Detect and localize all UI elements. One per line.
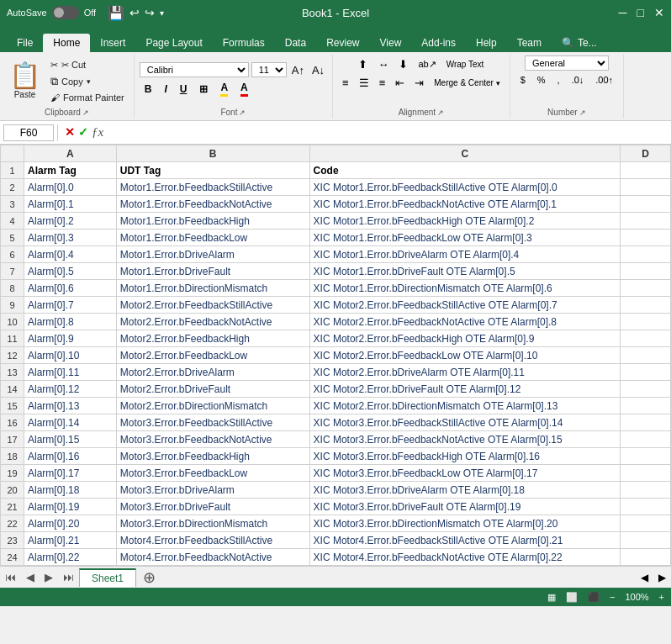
text-angle-btn[interactable]: ab↗ [414,56,440,72]
cell-a[interactable]: Alarm[0].12 [24,381,117,398]
cell-d[interactable] [621,314,671,330]
cell-b[interactable]: Motor3.Error.bDriveAlarm [116,482,309,499]
cell-c[interactable]: XIC Motor2.Error.bDriveAlarm OTE Alarm[0… [309,364,621,381]
cell-a[interactable]: Alarm[0].8 [24,314,117,330]
tab-insert[interactable]: Insert [90,34,135,52]
copy-button[interactable]: ⧉ Copy ▾ [46,73,129,90]
cell-c[interactable]: XIC Motor1.Error.bDriveFault OTE Alarm[0… [309,263,621,280]
cell-d[interactable] [621,162,671,179]
dollar-btn[interactable]: $ [515,72,531,87]
align-bottom-btn[interactable]: ⬇ [394,55,412,73]
border-button[interactable]: ⊞ [194,81,213,98]
cell-d[interactable] [621,465,671,482]
sheet-area[interactable]: A B C D 1Alarm TagUDT TagCode2Alarm[0].0… [0,145,671,566]
zoom-in-btn[interactable]: + [659,592,664,602]
tab-review[interactable]: Review [316,34,369,52]
cell-c[interactable]: XIC Motor1.Error.bFeedbackHigh OTE Alarm… [309,213,621,230]
cell-d[interactable] [621,448,671,465]
format-painter-button[interactable]: 🖌 Format Painter [46,91,129,104]
cancel-formula-icon[interactable]: ✕ [65,125,75,140]
cell-c[interactable]: XIC Motor2.Error.bFeedbackNotActive OTE … [309,314,621,330]
cell-b[interactable]: Motor4.Error.bFeedbackNotActive [116,549,309,566]
decrease-decimal-btn[interactable]: .0↓ [567,72,589,87]
tab-team[interactable]: Team [507,34,552,52]
cell-d[interactable] [621,280,671,297]
cell-d[interactable] [621,381,671,398]
cell-b[interactable]: Motor1.Error.bFeedbackLow [116,230,309,246]
save-icon[interactable]: 💾 [108,5,124,21]
cell-c[interactable]: XIC Motor1.Error.bDirectionMismatch OTE … [309,280,621,297]
cell-b[interactable]: Motor3.Error.bFeedbackLow [116,465,309,482]
tab-view[interactable]: View [370,34,412,52]
cell-a[interactable]: Alarm[0].14 [24,414,117,431]
align-center-btn[interactable]: ☰ [355,74,373,92]
cell-c[interactable]: XIC Motor3.Error.bFeedbackLow OTE Alarm[… [309,465,621,482]
cell-b[interactable]: Motor1.Error.bDriveFault [116,263,309,280]
autosave-toggle[interactable] [52,6,79,19]
cell-a[interactable]: Alarm[0].11 [24,364,117,381]
cell-b[interactable]: Motor2.Error.bFeedbackHigh [116,330,309,347]
cell-b[interactable]: Motor1.Error.bDriveAlarm [116,246,309,263]
page-break-btn[interactable]: ⬛ [588,592,600,603]
cell-c[interactable]: XIC Motor3.Error.bDriveFault OTE Alarm[0… [309,499,621,515]
cell-b[interactable]: Motor2.Error.bDriveAlarm [116,364,309,381]
cell-a[interactable]: Alarm[0].10 [24,347,117,364]
cell-b[interactable]: Motor4.Error.bFeedbackStillActive [116,532,309,549]
cell-d[interactable] [621,347,671,364]
normal-view-btn[interactable]: ▦ [547,592,556,603]
paste-button[interactable]: 📋 Paste [5,61,45,102]
col-header-d[interactable]: D [621,145,671,162]
cell-d[interactable] [621,431,671,448]
scroll-right-btn[interactable]: ▶ [653,572,671,583]
cell-d[interactable] [621,230,671,246]
cell-c[interactable]: XIC Motor3.Error.bFeedbackHigh OTE Alarm… [309,448,621,465]
cell-d[interactable] [621,414,671,431]
cell-b[interactable]: Motor3.Error.bFeedbackNotActive [116,431,309,448]
confirm-formula-icon[interactable]: ✓ [78,125,88,140]
decrease-indent-btn[interactable]: ⇤ [391,74,409,92]
cell-a[interactable]: Alarm[0].0 [24,179,117,196]
align-middle-btn[interactable]: ↔ [373,55,393,73]
cell-a[interactable]: Alarm[0].4 [24,246,117,263]
sheet-nav-first[interactable]: ⏮ [0,571,21,583]
cell-b[interactable]: Motor1.Error.bFeedbackStillActive [116,179,309,196]
copy-dropdown[interactable]: ▾ [87,77,91,86]
font-family-selector[interactable]: Calibri [140,62,249,77]
cell-c[interactable]: XIC Motor2.Error.bDirectionMismatch OTE … [309,398,621,414]
cell-c[interactable]: XIC Motor3.Error.bFeedbackNotActive OTE … [309,431,621,448]
cell-a[interactable]: Alarm[0].20 [24,515,117,532]
percent-btn[interactable]: % [532,72,551,87]
maximize-btn[interactable]: □ [637,6,644,19]
titlebar-controls[interactable]: ─ □ ✕ [619,6,664,19]
cell-c[interactable]: XIC Motor3.Error.bFeedbackStillActive OT… [309,414,621,431]
cell-a[interactable]: Alarm[0].1 [24,196,117,213]
zoom-out-btn[interactable]: − [610,592,615,602]
cell-b[interactable]: Motor2.Error.bFeedbackNotActive [116,314,309,330]
sheet-nav-next[interactable]: ▶ [40,571,58,583]
undo-icon[interactable]: ↩ [129,6,140,19]
cell-d[interactable] [621,263,671,280]
increase-decimal-btn[interactable]: .00↑ [590,72,618,87]
cell-c[interactable]: XIC Motor2.Error.bFeedbackLow OTE Alarm[… [309,347,621,364]
cell-a[interactable]: Alarm[0].6 [24,280,117,297]
number-expand-icon[interactable]: ↗ [579,108,586,117]
sheet-nav-prev[interactable]: ◀ [21,571,40,583]
cell-a[interactable]: Alarm[0].21 [24,532,117,549]
cell-b[interactable]: Motor3.Error.bDriveFault [116,499,309,515]
cell-d[interactable] [621,532,671,549]
add-sheet-button[interactable]: ⊕ [136,568,162,587]
align-right-btn[interactable]: ≡ [375,74,390,92]
cell-d[interactable] [621,196,671,213]
cell-b[interactable]: Motor1.Error.bFeedbackNotActive [116,196,309,213]
cell-c[interactable]: XIC Motor1.Error.bDriveAlarm OTE Alarm[0… [309,246,621,263]
cell-d[interactable] [621,213,671,230]
tab-formulas[interactable]: Formulas [213,34,275,52]
sheet-tab-sheet1[interactable]: Sheet1 [79,568,136,587]
cell-b[interactable]: Motor1.Error.bDirectionMismatch [116,280,309,297]
cell-d[interactable] [621,499,671,515]
cell-a[interactable]: Alarm[0].2 [24,213,117,230]
font-expand-icon[interactable]: ↗ [239,108,246,117]
cell-a[interactable]: Alarm[0].3 [24,230,117,246]
cell-a[interactable]: Alarm[0].7 [24,297,117,314]
font-size-selector[interactable]: 11 [251,62,287,77]
